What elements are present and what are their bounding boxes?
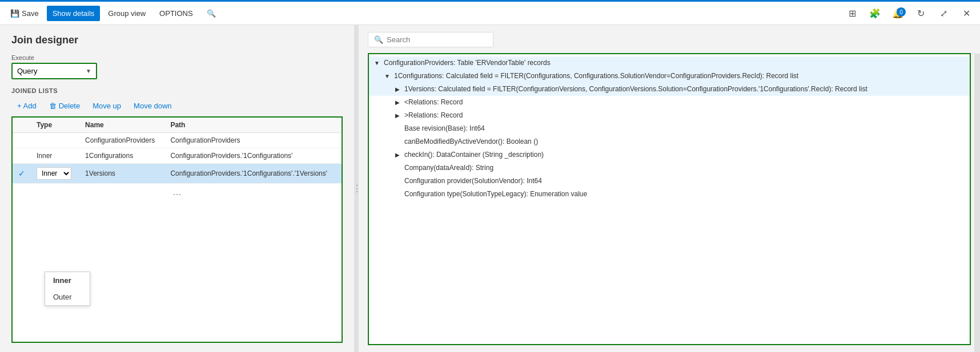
tree-item-text: Configuration provider(SolutionVendor): … bbox=[404, 176, 966, 186]
options-label: OPTIONS bbox=[159, 9, 193, 18]
right-panel: 🔍 ▼ ConfigurationProviders: Table 'ERVen… bbox=[359, 25, 980, 352]
tree-item-text: Company(dataAreaId): String bbox=[404, 163, 966, 173]
tree-item-text: checkIn(): DataContainer (String _descri… bbox=[404, 150, 966, 160]
delete-button[interactable]: 🗑 Delete bbox=[43, 99, 86, 113]
row-check-0 bbox=[13, 133, 31, 148]
tree-item[interactable]: ▶ Configuration provider(SolutionVendor)… bbox=[369, 175, 970, 188]
col-path: Path bbox=[164, 118, 342, 133]
main-content: Join designer Execute Query In memory ▼ … bbox=[0, 25, 980, 352]
panels: Join designer Execute Query In memory ▼ … bbox=[0, 25, 980, 352]
toolbar-search-button[interactable]: 🔍 bbox=[201, 6, 222, 21]
row-check-1 bbox=[13, 148, 31, 164]
tree-container: ▼ ConfigurationProviders: Table 'ERVendo… bbox=[368, 53, 971, 345]
dropdown-item-inner[interactable]: Inner bbox=[45, 272, 90, 289]
toolbar-search-icon: 🔍 bbox=[207, 9, 216, 18]
tree-item-text: Base revision(Base): Int64 bbox=[404, 124, 966, 133]
tree-toggle-icon[interactable]: ▶ bbox=[393, 111, 402, 120]
joined-lists-label: JOINED LISTS bbox=[11, 87, 343, 94]
action-bar: + Add 🗑 Delete Move up Move down bbox=[11, 99, 343, 113]
tree-item-text: 1Configurations: Calculated field = FILT… bbox=[394, 71, 966, 81]
execute-label: Execute bbox=[11, 54, 343, 61]
row-type-0 bbox=[31, 133, 79, 148]
tree-item-text: Configuration type(SolutionTypeLegacy): … bbox=[404, 189, 966, 199]
row-name-2: 1Versions bbox=[79, 164, 164, 184]
col-check bbox=[13, 118, 31, 133]
notification-count: 0 bbox=[897, 7, 906, 17]
add-button[interactable]: + Add bbox=[11, 99, 42, 113]
open-new-button[interactable]: ⤢ bbox=[934, 4, 953, 22]
tree-item-text: <Relations: Record bbox=[404, 98, 966, 107]
move-up-button[interactable]: Move up bbox=[87, 99, 127, 113]
execute-section: Execute Query In memory ▼ bbox=[11, 54, 343, 79]
tree-toggle-icon[interactable]: ▼ bbox=[372, 59, 381, 68]
table-row[interactable]: ConfigurationProviders ConfigurationProv… bbox=[13, 133, 342, 148]
grid-icon-button[interactable]: ⊞ bbox=[843, 4, 861, 22]
close-button[interactable]: ✕ bbox=[957, 4, 975, 22]
tree-item[interactable]: ▼ 1Configurations: Calculated field = FI… bbox=[369, 70, 970, 83]
search-bar: 🔍 bbox=[368, 32, 493, 47]
row-name-1: 1Configurations bbox=[79, 148, 164, 164]
options-button[interactable]: OPTIONS bbox=[154, 6, 199, 21]
row-type-2: Inner Outer bbox=[31, 164, 79, 184]
tree-toggle-icon[interactable]: ▶ bbox=[393, 98, 402, 107]
col-name: Name bbox=[79, 118, 164, 133]
extension-icon-button[interactable]: 🧩 bbox=[866, 4, 884, 22]
move-down-button[interactable]: Move down bbox=[128, 99, 177, 113]
row-path-2: ConfigurationProviders.'1Configurations'… bbox=[164, 164, 342, 184]
tree-item-text: 1Versions: Calculated field = FILTER(Con… bbox=[404, 84, 966, 94]
show-details-label: Show details bbox=[53, 9, 95, 18]
row-name-0: ConfigurationProviders bbox=[79, 133, 164, 148]
left-panel: Join designer Execute Query In memory ▼ … bbox=[0, 25, 354, 352]
tree-item[interactable]: ▶ 1Versions: Calculated field = FILTER(C… bbox=[369, 83, 970, 96]
group-view-button[interactable]: Group view bbox=[102, 6, 151, 21]
tree-item-text: canBeModifiedByActiveVendor(): Boolean (… bbox=[404, 137, 966, 147]
type-dropdown-menu: Inner Outer bbox=[45, 272, 90, 306]
dropdown-item-outer[interactable]: Outer bbox=[45, 289, 90, 305]
table-row-selected[interactable]: ✓ Inner Outer 1Versions bbox=[13, 164, 342, 184]
table-row[interactable]: Inner 1Configurations ConfigurationProvi… bbox=[13, 148, 342, 164]
row-path-0: ConfigurationProviders bbox=[164, 133, 342, 148]
tree-item-text: ConfigurationProviders: Table 'ERVendorT… bbox=[384, 58, 966, 68]
type-select[interactable]: Inner Outer bbox=[37, 167, 71, 180]
toolbar: 💾 Save Show details Group view OPTIONS 🔍… bbox=[0, 0, 980, 25]
notification-badge-wrap: 🔔 0 bbox=[889, 4, 907, 22]
delete-icon: 🗑 bbox=[49, 102, 57, 110]
panel-splitter[interactable]: ⋮ bbox=[354, 25, 359, 352]
tree-item[interactable]: ▶ >Relations: Record bbox=[369, 109, 970, 122]
execute-select[interactable]: Query In memory bbox=[13, 64, 81, 78]
search-input[interactable] bbox=[387, 35, 487, 44]
tree-item-text: >Relations: Record bbox=[404, 111, 966, 120]
execute-dropdown-wrap: Query In memory ▼ bbox=[11, 63, 97, 79]
tree-toggle-icon[interactable]: ▶ bbox=[393, 151, 402, 160]
scrollbar[interactable] bbox=[974, 54, 980, 352]
tree-item[interactable]: ▶ canBeModifiedByActiveVendor(): Boolean… bbox=[369, 135, 970, 148]
data-table: Type Name Path ConfigurationProviders Co… bbox=[13, 118, 342, 184]
save-button[interactable]: 💾 Save bbox=[5, 6, 45, 21]
tree-item[interactable]: ▶ Configuration type(SolutionTypeLegacy)… bbox=[369, 188, 970, 201]
tree-item[interactable]: ▶ Base revision(Base): Int64 bbox=[369, 122, 970, 135]
row-path-1: ConfigurationProviders.'1Configurations' bbox=[164, 148, 342, 164]
tree-item[interactable]: ▶ <Relations: Record bbox=[369, 96, 970, 109]
save-icon: 💾 bbox=[10, 9, 19, 18]
col-type: Type bbox=[31, 118, 79, 133]
table-header: Type Name Path bbox=[13, 118, 342, 133]
tree-item[interactable]: ▼ ConfigurationProviders: Table 'ERVendo… bbox=[369, 56, 970, 70]
execute-chevron-icon: ▼ bbox=[81, 68, 96, 74]
save-label: Save bbox=[22, 9, 39, 18]
type-dropdown: Inner Outer bbox=[37, 167, 74, 180]
search-icon: 🔍 bbox=[374, 35, 383, 44]
table-ellipsis: ··· bbox=[13, 184, 342, 205]
tree-toggle-icon[interactable]: ▶ bbox=[393, 85, 402, 94]
joined-lists-table: Type Name Path ConfigurationProviders Co… bbox=[11, 116, 343, 343]
group-view-label: Group view bbox=[108, 9, 146, 18]
page-title: Join designer bbox=[11, 34, 343, 46]
tree-toggle-icon[interactable]: ▼ bbox=[383, 72, 392, 81]
row-check-2: ✓ bbox=[13, 164, 31, 184]
row-type-1: Inner bbox=[31, 148, 79, 164]
toolbar-right: ⊞ 🧩 🔔 0 ↻ ⤢ ✕ bbox=[843, 4, 975, 22]
tree-item[interactable]: ▶ checkIn(): DataContainer (String _desc… bbox=[369, 148, 970, 161]
show-details-button[interactable]: Show details bbox=[47, 6, 101, 21]
check-mark-icon: ✓ bbox=[18, 169, 25, 178]
refresh-button[interactable]: ↻ bbox=[911, 4, 930, 22]
tree-item[interactable]: ▶ Company(dataAreaId): String bbox=[369, 161, 970, 175]
